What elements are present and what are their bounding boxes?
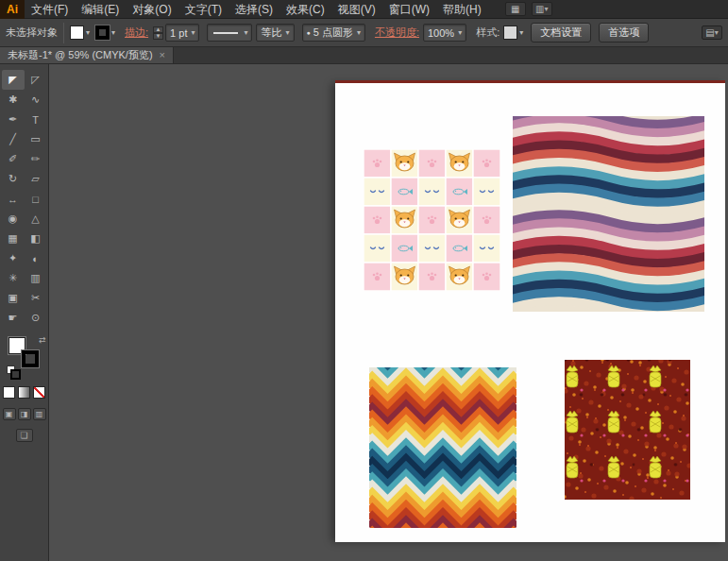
fill-stroke-indicator: ⇄	[3, 335, 46, 377]
opacity-panel-link[interactable]: 不透明度:	[375, 26, 419, 40]
artboard-tool[interactable]: ▣	[2, 288, 25, 308]
rectangle-tool[interactable]: ▭	[25, 129, 47, 149]
chevron-down-icon: ▾	[191, 28, 195, 37]
rainbow-wave-pattern[interactable]	[513, 116, 704, 312]
menubar-icons: ▦ ▥ ▾	[505, 2, 552, 16]
menu-item-2[interactable]: 对象(O)	[126, 0, 178, 19]
app-logo: Ai	[0, 0, 25, 19]
variable-width-profile-dropdown[interactable]: ▾	[207, 24, 252, 42]
stroke-weight-input[interactable]: 1 pt ▾	[165, 24, 199, 42]
stroke-color-dropdown[interactable]: ▾	[95, 26, 115, 40]
chevron-down-icon: ▾	[357, 28, 361, 37]
selection-tool[interactable]: ◤	[2, 70, 25, 90]
width-tool[interactable]: ↔	[2, 189, 25, 209]
fill-color-dropdown[interactable]: ▾	[70, 26, 90, 40]
chevron-down-icon: ▾	[715, 28, 719, 37]
opacity-dropdown[interactable]: 100% ▾	[423, 24, 466, 42]
zoom-tool[interactable]: ⊙	[25, 308, 47, 328]
control-panel-menu-icon[interactable]: ▤ ▾	[702, 26, 722, 40]
brush-definition-dropdown[interactable]: ● 5 点圆形 ▾	[302, 24, 365, 42]
chevron-down-icon: ▾	[285, 28, 289, 37]
draw-inside-button[interactable]: ▥	[33, 408, 46, 420]
menu-item-7[interactable]: 窗口(W)	[382, 0, 436, 19]
stroke-panel-link[interactable]: 描边:	[125, 26, 148, 40]
screen-mode-button[interactable]: ❏	[16, 429, 33, 442]
chevron-down-icon: ▾	[544, 5, 548, 13]
menu-item-4[interactable]: 选择(S)	[229, 0, 279, 19]
menu-item-0[interactable]: 文件(F)	[25, 0, 75, 19]
chevron-zigzag-pattern[interactable]	[369, 367, 516, 528]
color-button[interactable]	[3, 386, 15, 399]
profile-value: 等比	[261, 26, 281, 40]
none-button[interactable]	[33, 386, 45, 399]
column-graph-tool[interactable]: ▥	[25, 268, 47, 288]
default-fill-stroke-icon[interactable]	[7, 366, 15, 374]
menubar-items: 文件(F)编辑(E)对象(O)文字(T)选择(S)效果(C)视图(V)窗口(W)…	[25, 0, 488, 19]
shape-builder-tool[interactable]: ◉	[2, 209, 25, 229]
preferences-button[interactable]: 首选项	[599, 23, 649, 42]
gradient-button[interactable]	[18, 386, 30, 399]
orange-damask-pattern[interactable]	[565, 360, 690, 500]
document-tab[interactable]: 未标题-1* @ 59% (CMYK/预览) ×	[0, 46, 174, 63]
gradient-tool[interactable]: ◧	[25, 229, 47, 248]
cat-checker-pattern[interactable]	[364, 149, 500, 291]
drawing-modes-row: ▣ ◨ ▥	[3, 408, 46, 420]
tools-panel: ◤◸✱∿✒T╱▭✐✏↻▱↔□◉△▦◧✦◐✳▥▣✂☛⊙ ⇄ ▣ ◨ ▥ ❏	[0, 64, 49, 561]
menu-item-6[interactable]: 视图(V)	[331, 0, 382, 19]
menu-item-3[interactable]: 文字(T)	[178, 0, 229, 19]
artboard[interactable]	[335, 83, 725, 542]
lasso-tool[interactable]: ∿	[25, 90, 47, 110]
color-type-row	[3, 386, 45, 399]
stroke-swatch	[95, 26, 110, 40]
symbol-sprayer-tool[interactable]: ✳	[2, 268, 25, 288]
close-icon[interactable]: ×	[160, 49, 165, 60]
hand-tool[interactable]: ☛	[2, 308, 25, 328]
opacity-value: 100%	[428, 27, 454, 39]
pen-tool[interactable]: ✒	[2, 110, 25, 129]
style-swatch	[503, 26, 517, 40]
style-label: 样式:	[476, 26, 499, 40]
tools-grid: ◤◸✱∿✒T╱▭✐✏↻▱↔□◉△▦◧✦◐✳▥▣✂☛⊙	[2, 70, 47, 328]
draw-normal-button[interactable]: ▣	[3, 408, 16, 420]
document-tab-bar: 未标题-1* @ 59% (CMYK/预览) ×	[0, 47, 728, 64]
fill-swatch	[70, 26, 84, 40]
direct-selection-tool[interactable]: ◸	[25, 70, 47, 90]
eyedropper-tool[interactable]: ✦	[2, 248, 25, 268]
stepper-down-icon[interactable]: ▼	[153, 33, 163, 40]
line-segment-tool[interactable]: ╱	[2, 129, 25, 149]
pencil-tool[interactable]: ✏	[25, 149, 47, 169]
menu-item-8[interactable]: 帮助(H)	[436, 0, 488, 19]
style-dropdown[interactable]: ▾	[503, 26, 523, 40]
type-tool[interactable]: T	[25, 110, 47, 129]
profile-dropdown[interactable]: 等比 ▾	[256, 24, 294, 42]
mesh-tool[interactable]: ▦	[2, 229, 25, 248]
canvas-area[interactable]	[49, 64, 728, 561]
line-sample	[213, 32, 238, 34]
arrange-documents-icon[interactable]: ▥ ▾	[532, 2, 552, 16]
selection-status: 未选择对象	[6, 26, 58, 40]
chevron-down-icon: ▾	[86, 28, 90, 37]
slice-tool[interactable]: ✂	[25, 288, 47, 308]
stroke-weight-stepper[interactable]: ▲ ▼	[153, 26, 163, 40]
draw-behind-button[interactable]: ◨	[18, 408, 31, 420]
scale-tool[interactable]: ▱	[25, 169, 47, 189]
paintbrush-tool[interactable]: ✐	[2, 149, 25, 169]
menubar: Ai 文件(F)编辑(E)对象(O)文字(T)选择(S)效果(C)视图(V)窗口…	[0, 0, 728, 19]
chevron-down-icon: ▾	[244, 28, 247, 37]
document-setup-button[interactable]: 文档设置	[531, 23, 591, 42]
chevron-down-icon: ▾	[111, 28, 115, 37]
menu-item-1[interactable]: 编辑(E)	[75, 0, 126, 19]
stepper-up-icon[interactable]: ▲	[153, 26, 163, 33]
magic-wand-tool[interactable]: ✱	[2, 90, 25, 110]
rotate-tool[interactable]: ↻	[2, 169, 25, 189]
bridge-icon[interactable]: ▦	[505, 2, 526, 16]
brush-value: 5 点圆形	[313, 26, 353, 40]
swap-fill-stroke-icon[interactable]: ⇄	[39, 335, 46, 345]
stroke-color-swatch[interactable]	[22, 350, 39, 367]
chevron-down-icon: ▾	[519, 28, 523, 37]
perspective-grid-tool[interactable]: △	[25, 209, 47, 229]
menu-item-5[interactable]: 效果(C)	[279, 0, 331, 19]
blend-tool[interactable]: ◐	[25, 248, 47, 268]
bleed-guide-line	[335, 80, 725, 83]
free-transform-tool[interactable]: □	[25, 189, 47, 209]
